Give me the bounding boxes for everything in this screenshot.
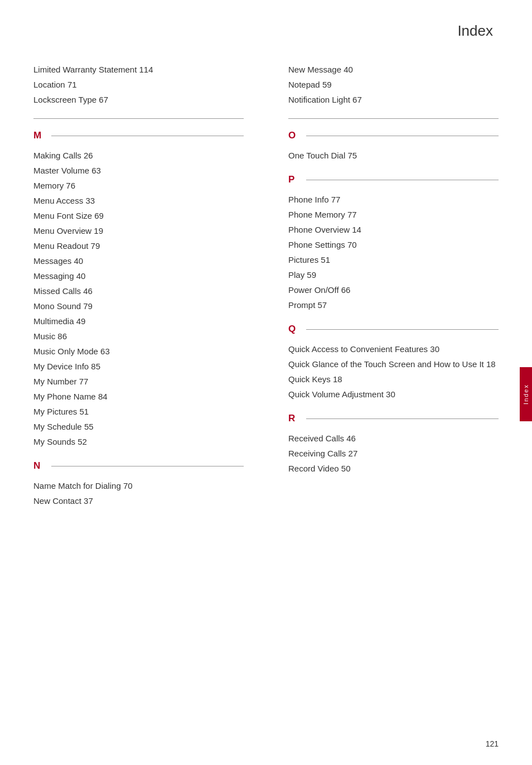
side-tab: Index bbox=[520, 367, 532, 421]
section-letter: N bbox=[33, 460, 45, 471]
section-divider bbox=[51, 136, 244, 136]
index-item: Receiving Calls 27 bbox=[288, 446, 499, 461]
index-item: My Schedule 55 bbox=[33, 419, 244, 434]
index-item: Phone Memory 77 bbox=[288, 207, 499, 222]
section-header: N bbox=[33, 460, 244, 471]
side-tab-label: Index bbox=[523, 384, 529, 405]
section-header: O bbox=[288, 130, 499, 141]
index-item: Menu Readout 79 bbox=[33, 238, 244, 253]
section-letter: Q bbox=[288, 324, 299, 335]
index-item: Lockscreen Type 67 bbox=[33, 92, 244, 107]
index-item: Menu Font Size 69 bbox=[33, 208, 244, 223]
page-title: Index bbox=[33, 22, 499, 40]
index-item: My Device Info 85 bbox=[33, 359, 244, 374]
content-area: Limited Warranty Statement 114Location 7… bbox=[33, 62, 499, 519]
index-section: MMaking Calls 26Master Volume 63Memory 7… bbox=[33, 130, 244, 449]
index-item: Phone Settings 70 bbox=[288, 237, 499, 252]
index-item: New Message 40 bbox=[288, 62, 499, 77]
index-item: Play 59 bbox=[288, 267, 499, 282]
index-item: Music 86 bbox=[33, 329, 244, 344]
index-item: Memory 76 bbox=[33, 178, 244, 193]
section-divider bbox=[51, 466, 244, 466]
index-item: Missed Calls 46 bbox=[33, 283, 244, 299]
section-divider bbox=[306, 180, 499, 180]
index-item: Record Video 50 bbox=[288, 461, 499, 476]
index-item: My Number 77 bbox=[33, 374, 244, 389]
index-item: Pictures 51 bbox=[288, 252, 499, 267]
section-letter: P bbox=[288, 174, 299, 185]
page-container: Index Limited Warranty Statement 114Loca… bbox=[0, 0, 532, 765]
section-letter: R bbox=[288, 413, 299, 424]
index-item: Making Calls 26 bbox=[33, 148, 244, 163]
index-item: Mono Sound 79 bbox=[33, 299, 244, 314]
index-item: Phone Overview 14 bbox=[288, 222, 499, 237]
index-item: Received Calls 46 bbox=[288, 431, 499, 446]
left-sections: MMaking Calls 26Master Volume 63Memory 7… bbox=[33, 130, 244, 508]
right-top-divider bbox=[288, 118, 499, 119]
index-item: Multimedia 49 bbox=[33, 314, 244, 329]
index-item: Menu Overview 19 bbox=[33, 223, 244, 238]
right-sections: OOne Touch Dial 75PPhone Info 77Phone Me… bbox=[288, 130, 499, 476]
index-item: Music Only Mode 63 bbox=[33, 344, 244, 359]
index-item: My Sounds 52 bbox=[33, 434, 244, 449]
index-item: Name Match for Dialing 70 bbox=[33, 478, 244, 493]
section-header: M bbox=[33, 130, 244, 141]
section-header: R bbox=[288, 413, 499, 424]
index-item: Notification Light 67 bbox=[288, 92, 499, 107]
section-divider bbox=[306, 418, 499, 419]
index-item: Phone Info 77 bbox=[288, 192, 499, 207]
index-item: Limited Warranty Statement 114 bbox=[33, 62, 244, 77]
index-item: Quick Access to Convenient Features 30 bbox=[288, 341, 499, 357]
left-top-entries: Limited Warranty Statement 114Location 7… bbox=[33, 62, 244, 107]
index-item: Messages 40 bbox=[33, 253, 244, 268]
index-item: My Pictures 51 bbox=[33, 404, 244, 419]
index-item: Master Volume 63 bbox=[33, 163, 244, 178]
index-item: Notepad 59 bbox=[288, 77, 499, 92]
section-divider bbox=[306, 136, 499, 136]
section-letter: M bbox=[33, 130, 45, 141]
index-item: Menu Access 33 bbox=[33, 193, 244, 208]
left-column: Limited Warranty Statement 114Location 7… bbox=[33, 62, 255, 519]
page-number: 121 bbox=[486, 739, 499, 748]
index-item: My Phone Name 84 bbox=[33, 389, 244, 404]
index-item: Messaging 40 bbox=[33, 268, 244, 283]
right-column: New Message 40Notepad 59Notification Lig… bbox=[277, 62, 499, 519]
index-item: Location 71 bbox=[33, 77, 244, 92]
index-item: Prompt 57 bbox=[288, 297, 499, 312]
index-item: Quick Keys 18 bbox=[288, 372, 499, 387]
index-item: One Touch Dial 75 bbox=[288, 148, 499, 163]
index-item: Quick Glance of the Touch Screen and How… bbox=[288, 357, 499, 372]
index-section: QQuick Access to Convenient Features 30Q… bbox=[288, 324, 499, 402]
section-letter: O bbox=[288, 130, 299, 141]
index-section: NName Match for Dialing 70New Contact 37 bbox=[33, 460, 244, 508]
right-top-entries: New Message 40Notepad 59Notification Lig… bbox=[288, 62, 499, 107]
left-top-divider bbox=[33, 118, 244, 119]
index-item: Power On/Off 66 bbox=[288, 282, 499, 297]
index-section: OOne Touch Dial 75 bbox=[288, 130, 499, 163]
section-header: P bbox=[288, 174, 499, 185]
index-item: Quick Volume Adjustment 30 bbox=[288, 387, 499, 402]
index-item: New Contact 37 bbox=[33, 493, 244, 508]
index-section: PPhone Info 77Phone Memory 77Phone Overv… bbox=[288, 174, 499, 312]
section-divider bbox=[306, 329, 499, 330]
section-header: Q bbox=[288, 324, 499, 335]
index-section: RReceived Calls 46Receiving Calls 27Reco… bbox=[288, 413, 499, 476]
